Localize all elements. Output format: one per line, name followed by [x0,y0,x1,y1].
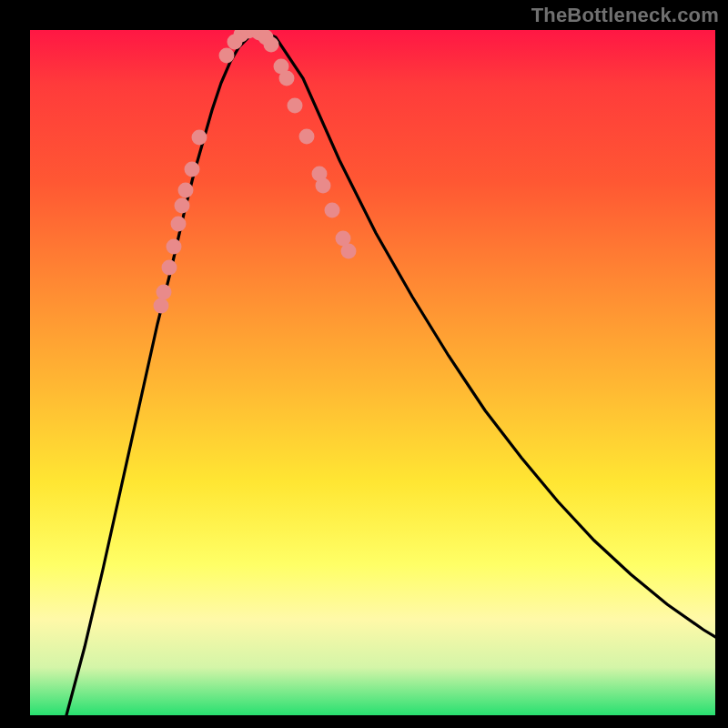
watermark-text: TheBottleneck.com [531,4,719,27]
gradient-background [30,30,715,715]
